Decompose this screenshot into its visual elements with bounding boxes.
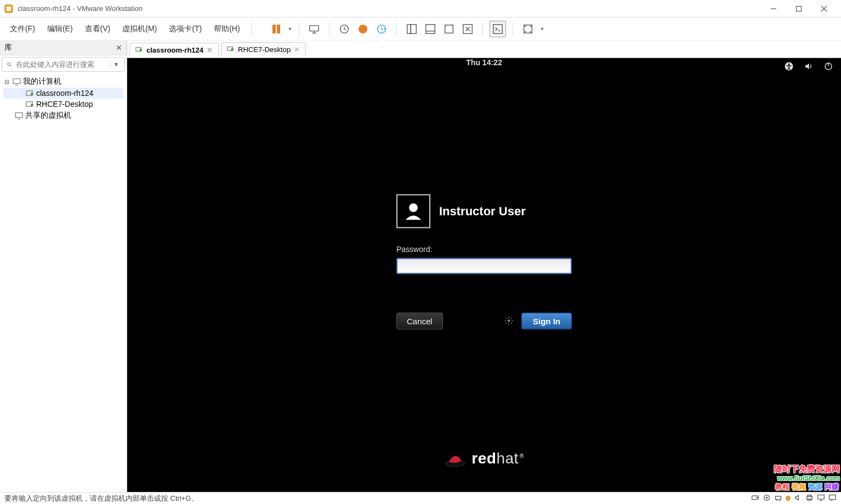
redhat-hat-icon (444, 450, 466, 467)
svg-rect-50 (807, 496, 812, 499)
usb-indicator-icon[interactable] (786, 496, 791, 501)
sidebar-search[interactable]: ▼ (2, 57, 125, 72)
snapshot-manager-button[interactable] (373, 21, 390, 37)
toolbar-separator (299, 22, 299, 36)
menubar: 文件(F) 编辑(E) 查看(V) 虚拟机(M) 选项卡(T) 帮助(H) ▼ (0, 18, 841, 41)
tab-label: classroom-rh124 (146, 46, 203, 54)
snapshot-take-button[interactable] (336, 21, 353, 37)
tree-label: classroom-rh124 (36, 89, 93, 98)
tree-label: RHCE7-Desktop (36, 100, 93, 108)
cancel-button[interactable]: Cancel (396, 313, 443, 330)
svg-rect-16 (426, 24, 435, 33)
search-dropdown-icon[interactable]: ▼ (110, 61, 122, 67)
watermark-line1: 随时下免费资源网 (774, 464, 840, 474)
guest-display[interactable]: Thu 14:22 Instructor User Password: Canc… (127, 58, 841, 492)
statusbar-hint: 要将输入定向到该虚拟机，请在虚拟机内部单击或按 Ctrl+G。 (4, 494, 198, 503)
user-identity-row: Instructor User (396, 194, 572, 228)
power-icon[interactable] (823, 61, 833, 73)
svg-rect-51 (808, 495, 811, 496)
menu-tabs[interactable]: 选项卡(T) (163, 22, 207, 36)
snapshot-revert-button[interactable] (355, 21, 371, 37)
menu-edit[interactable]: 编辑(E) (42, 22, 78, 36)
message-log-icon[interactable] (828, 494, 837, 503)
power-dropdown-icon[interactable]: ▼ (288, 26, 293, 32)
svg-rect-8 (310, 25, 319, 31)
menu-view[interactable]: 查看(V) (79, 22, 116, 36)
svg-rect-55 (829, 495, 836, 499)
watermark-line3: 教程视频资源网赚 (774, 482, 840, 492)
svg-rect-53 (818, 495, 825, 499)
stretch-guest-button[interactable] (520, 21, 536, 37)
svg-rect-3 (797, 6, 802, 11)
menu-file[interactable]: 文件(F) (4, 22, 41, 36)
menu-help[interactable]: 帮助(H) (208, 22, 245, 36)
password-input[interactable] (396, 258, 572, 274)
tab-rhce7-desktop[interactable]: RHCE7-Desktop ✕ (221, 42, 306, 56)
sound-card-icon[interactable] (794, 494, 802, 503)
tab-classroom-rh124[interactable]: classroom-rh124 ✕ (129, 43, 219, 57)
network-adapter-icon[interactable] (774, 494, 782, 503)
watermark-line2: www.SuiShiXia.com (774, 474, 840, 482)
window-titlebar: classroom-rh124 - VMware Workstation (0, 0, 841, 18)
accessibility-icon[interactable] (784, 61, 794, 73)
monitor-icon (14, 111, 23, 120)
tree-node-shared-vms[interactable]: 共享的虚拟机 (3, 110, 123, 122)
vmware-app-icon (4, 4, 13, 13)
sidebar-close-button[interactable]: ✕ (116, 43, 122, 52)
svg-rect-7 (277, 25, 280, 33)
vm-running-icon (25, 100, 34, 108)
stretch-dropdown-icon[interactable]: ▼ (539, 26, 544, 32)
gnome-tray (784, 61, 833, 73)
volume-icon[interactable] (804, 61, 814, 73)
svg-rect-14 (407, 24, 411, 33)
password-label: Password: (396, 245, 572, 254)
sidebar-search-input[interactable] (14, 59, 110, 70)
redhat-wordmark: redhat® (471, 450, 524, 467)
statusbar: 要将输入定向到该虚拟机，请在虚拟机内部单击或按 Ctrl+G。 (0, 492, 841, 504)
printer-icon[interactable] (805, 494, 814, 503)
menu-vm[interactable]: 虚拟机(M) (117, 22, 162, 36)
svg-rect-52 (808, 499, 811, 501)
vm-running-icon (135, 46, 143, 54)
svg-point-37 (788, 64, 790, 65)
toolbar-separator (329, 22, 329, 36)
svg-rect-6 (272, 25, 275, 33)
cd-dvd-icon[interactable] (763, 494, 771, 503)
tree-node-my-computer[interactable]: ⊟ 我的计算机 (3, 76, 123, 88)
vm-tabs: classroom-rh124 ✕ RHCE7-Desktop ✕ (127, 41, 841, 58)
login-button-row: Cancel Sign In (396, 313, 572, 330)
tree-node-vm-rhce7[interactable]: RHCE7-Desktop (3, 99, 123, 110)
tree-node-vm-classroom[interactable]: classroom-rh124 (3, 88, 123, 99)
window-minimize-button[interactable] (761, 1, 786, 17)
window-controls (761, 1, 837, 17)
hard-disk-icon[interactable] (751, 494, 759, 503)
window-close-button[interactable] (811, 1, 837, 17)
vm-running-icon (25, 89, 34, 98)
toolbar-separator (513, 22, 513, 36)
tab-close-button[interactable]: ✕ (294, 45, 300, 54)
tab-close-button[interactable]: ✕ (207, 46, 213, 54)
redhat-logo: redhat® (444, 450, 524, 467)
view-console-button[interactable] (490, 21, 506, 37)
toolbar-separator (396, 22, 397, 36)
sidebar-header: 库 ✕ (0, 41, 127, 55)
window-maximize-button[interactable] (786, 1, 811, 17)
sign-in-button[interactable]: Sign In (521, 313, 572, 330)
svg-point-44 (757, 497, 758, 498)
toolbar-separator (482, 22, 483, 36)
vm-running-icon (227, 45, 235, 53)
display-icon[interactable] (817, 494, 825, 503)
toolbar-separator (251, 22, 252, 36)
view-library-button[interactable] (404, 21, 420, 37)
clock-label[interactable]: Thu 14:22 (466, 58, 502, 67)
pause-vm-button[interactable] (268, 21, 285, 37)
send-ctrl-alt-del-button[interactable] (306, 21, 322, 37)
session-options-gear-icon[interactable] (504, 316, 515, 327)
svg-rect-47 (776, 496, 781, 500)
view-fullscreen-button[interactable] (441, 21, 457, 37)
user-name-label: Instructor User (439, 204, 526, 219)
tree-collapse-icon[interactable]: ⊟ (3, 78, 10, 85)
view-thumbnail-button[interactable] (422, 21, 439, 37)
window-title: classroom-rh124 - VMware Workstation (18, 4, 761, 13)
view-unity-button[interactable] (459, 21, 476, 37)
